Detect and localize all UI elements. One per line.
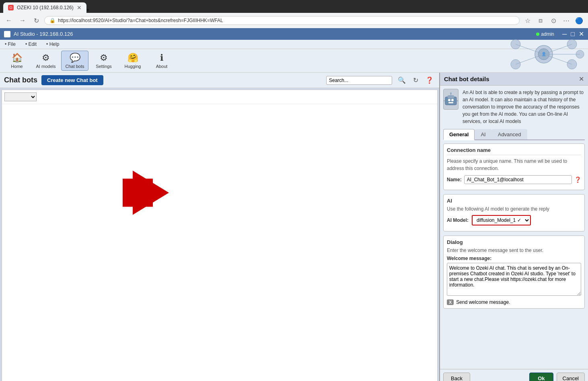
toolbar-settings[interactable]: ⚙ Settings <box>90 51 117 71</box>
back-button[interactable]: Back <box>443 373 470 381</box>
right-panel-body: An AI bot is able to create a reply by p… <box>440 86 588 369</box>
tab-advanced[interactable]: Advanced <box>492 129 527 139</box>
svg-line-9 <box>516 54 544 64</box>
svg-point-16 <box>451 99 454 101</box>
ozeki-button[interactable]: 🔵 <box>574 15 585 26</box>
menu-button[interactable]: ⋯ <box>561 15 572 26</box>
svg-point-6 <box>576 50 584 58</box>
svg-text:👤: 👤 <box>541 51 547 57</box>
right-panel-close-button[interactable]: ✕ <box>579 75 584 83</box>
connection-section: Connection name Please specify a unique … <box>443 143 585 190</box>
admin-badge: admin <box>536 31 554 37</box>
svg-point-15 <box>448 99 450 101</box>
home-icon: 🏠 <box>12 53 23 63</box>
toolbar-hugging[interactable]: 🤗 Hugging <box>119 51 146 71</box>
refresh-button[interactable]: ↻ <box>411 76 420 85</box>
ai-section: AI Use the following AI model to generat… <box>443 194 585 231</box>
cancel-button[interactable]: Cancel <box>557 373 585 381</box>
minimize-button[interactable]: ─ <box>562 30 567 38</box>
tab-general[interactable]: General <box>443 129 475 140</box>
model-label: AI Model: <box>447 217 469 223</box>
star-button[interactable]: ☆ <box>522 15 533 26</box>
welcome-message-input[interactable]: Welcome to Ozeki AI chat. This chat is s… <box>447 263 581 296</box>
view-dropdown[interactable] <box>4 92 37 101</box>
left-panel: Chat bots Create new Chat bot 🔍 ↻ ❓ <box>0 73 439 381</box>
create-chatbot-button[interactable]: Create new Chat bot <box>41 75 103 85</box>
toolbar-ai-models[interactable]: ⚙ AI models <box>32 51 60 71</box>
dialog-description: Enter the welcome message sent to the us… <box>447 248 581 253</box>
forward-button[interactable]: → <box>17 15 28 26</box>
right-panel-title: Chat bot details <box>444 76 489 82</box>
svg-rect-17 <box>448 102 453 103</box>
name-help-icon[interactable]: ❓ <box>574 176 581 183</box>
browser-controls: ← → ↻ 🔒 https://localhost:9520/AI+Studio… <box>0 13 588 28</box>
url-text: https://localhost:9520/AI+Studio/?a=Chat… <box>58 18 514 23</box>
name-row: Name: ❓ <box>447 175 581 184</box>
window-close-button[interactable]: ✕ <box>579 30 584 38</box>
about-icon: ℹ <box>160 53 163 63</box>
window-title: AI Studio - 192.168.0.126 <box>4 31 73 37</box>
arrow-icon <box>133 171 169 215</box>
settings-icon: ⚙ <box>100 53 108 63</box>
connection-section-title: Connection name <box>447 147 581 155</box>
left-content <box>2 90 438 381</box>
send-welcome-label: Send welcome message. <box>456 299 510 305</box>
menu-help[interactable]: • Help <box>45 41 61 48</box>
reload-button[interactable]: ↻ <box>31 15 42 26</box>
ai-section-title: AI <box>447 198 581 204</box>
dialog-section: Dialog Enter the welcome message sent to… <box>443 236 585 309</box>
welcome-message-label: Welcome message: <box>447 256 581 261</box>
send-welcome-row: X Send welcome message. <box>447 299 581 305</box>
new-tab-icon[interactable]: + <box>86 7 90 13</box>
toolbar-chat-bots[interactable]: 💬 Chat bots <box>61 51 88 71</box>
tab-ai[interactable]: AI <box>475 129 491 139</box>
name-input[interactable] <box>464 175 572 184</box>
svg-point-4 <box>511 59 520 69</box>
right-panel: Chat bot details ✕ <box>439 73 588 381</box>
window-icon <box>4 31 10 37</box>
right-footer: Back Ok Cancel <box>440 369 588 381</box>
help-button[interactable]: ❓ <box>424 76 435 85</box>
arrow-area <box>133 171 169 216</box>
name-label: Name: <box>447 177 462 182</box>
toolbar-about[interactable]: ℹ About <box>148 51 175 71</box>
model-row: AI Model: diffusion_Model_1 ✓ gpt-4 llam… <box>447 215 581 225</box>
menu-file[interactable]: • File <box>3 41 17 48</box>
ok-button[interactable]: Ok <box>529 373 553 381</box>
toolbar-home[interactable]: 🏠 Home <box>3 51 31 71</box>
bot-svg-icon <box>444 92 458 107</box>
menu-edit[interactable]: • Edit <box>24 41 38 48</box>
admin-status-dot <box>536 33 539 36</box>
chat-bots-icon: 💬 <box>70 53 80 63</box>
toolbar: 🏠 Home ⚙ AI models 💬 Chat bots ⚙ Setting… <box>0 49 588 73</box>
tab-favicon: O <box>8 5 14 10</box>
ai-section-description: Use the following AI model to generate t… <box>447 206 581 212</box>
maximize-button[interactable]: □ <box>571 30 575 38</box>
search-input[interactable] <box>326 76 392 85</box>
browser-tab[interactable]: O OZEKI 10 (192.168.0.126) ✕ <box>3 2 86 13</box>
svg-point-19 <box>450 92 452 94</box>
address-bar[interactable]: 🔒 https://localhost:9520/AI+Studio/?a=Ch… <box>44 16 520 25</box>
extensions-button[interactable]: ⧈ <box>535 15 546 26</box>
svg-point-1 <box>538 49 549 60</box>
search-button[interactable]: 🔍 <box>396 76 407 85</box>
dropdown-row <box>2 90 437 104</box>
x-badge: X <box>447 299 454 305</box>
menu-bar: • File • Edit • Help <box>0 40 588 49</box>
svg-rect-14 <box>448 95 454 98</box>
connection-description: Please specify a unique name. This name … <box>447 158 581 172</box>
tab-close-icon[interactable]: ✕ <box>77 4 82 11</box>
ai-model-dropdown[interactable]: diffusion_Model_1 ✓ gpt-4 llama-2 <box>472 215 531 225</box>
browser-chrome: O OZEKI 10 (192.168.0.126) ✕ + <box>0 0 588 13</box>
right-header: Chat bot details ✕ <box>440 73 588 86</box>
bot-info-section: An AI bot is able to create a reply by p… <box>443 89 585 125</box>
back-button[interactable]: ← <box>3 15 14 26</box>
profile-button[interactable]: ⊙ <box>548 15 559 26</box>
lock-icon: 🔒 <box>49 18 56 23</box>
ai-models-icon: ⚙ <box>42 53 50 63</box>
main-layout: Chat bots Create new Chat bot 🔍 ↻ ❓ Chat… <box>0 73 588 381</box>
left-header: Chat bots Create new Chat bot 🔍 ↻ ❓ <box>0 73 439 88</box>
tabs: General AI Advanced <box>443 129 585 140</box>
svg-line-10 <box>544 54 572 64</box>
page-title: Chat bots <box>4 76 37 84</box>
